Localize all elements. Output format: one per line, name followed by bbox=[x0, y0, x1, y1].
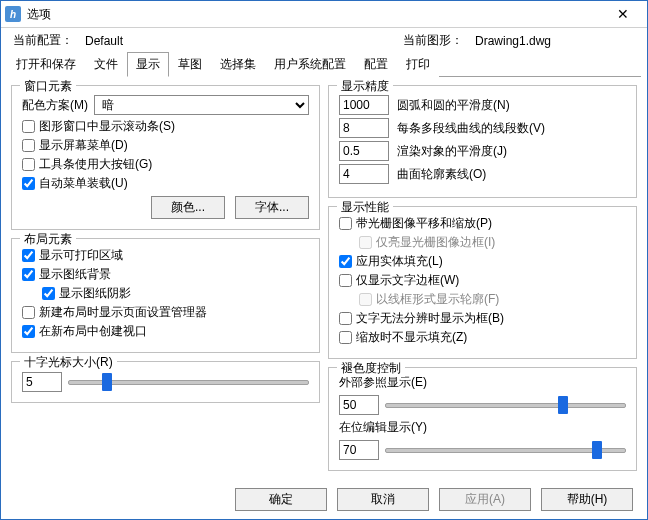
tab-7[interactable]: 打印 bbox=[397, 52, 439, 77]
ok-button[interactable]: 确定 bbox=[235, 488, 327, 511]
display-precision-group: 显示精度 圆弧和圆的平滑度(N) 每条多段线曲线的线段数(V) 渲染对象的平滑度… bbox=[328, 85, 637, 198]
paper-bg-input[interactable] bbox=[22, 268, 35, 281]
tab-1[interactable]: 文件 bbox=[85, 52, 127, 77]
tab-0[interactable]: 打开和保存 bbox=[7, 52, 85, 77]
solid-fill-input[interactable] bbox=[339, 255, 352, 268]
zoom-nofill-checkbox[interactable]: 缩放时不显示填充(Z) bbox=[339, 329, 626, 346]
layout-elements-title: 布局元素 bbox=[20, 231, 76, 248]
text-frame-input[interactable] bbox=[339, 274, 352, 287]
tab-4[interactable]: 选择集 bbox=[211, 52, 265, 77]
fade-control-title: 褪色度控制 bbox=[337, 360, 405, 377]
printable-area-input[interactable] bbox=[22, 249, 35, 262]
crosshair-title: 十字光标大小(R) bbox=[20, 354, 117, 371]
paper-bg-label: 显示图纸背景 bbox=[39, 266, 111, 283]
poly-segments-label: 每条多段线曲线的线段数(V) bbox=[397, 120, 545, 137]
paper-shadow-input[interactable] bbox=[42, 287, 55, 300]
solid-fill-label: 应用实体填充(L) bbox=[356, 253, 443, 270]
large-buttons-label: 工具条使用大按钮(G) bbox=[39, 156, 152, 173]
arc-smooth-input[interactable] bbox=[339, 95, 389, 115]
options-dialog: h 选项 ✕ 当前配置： Default 当前图形： Drawing1.dwg … bbox=[0, 0, 648, 520]
fonts-button[interactable]: 字体... bbox=[235, 196, 309, 219]
text-unread-checkbox[interactable]: 文字无法分辨时显示为框(B) bbox=[339, 310, 626, 327]
cancel-button[interactable]: 取消 bbox=[337, 488, 429, 511]
color-scheme-label: 配色方案(M) bbox=[22, 97, 88, 114]
tab-5[interactable]: 用户系统配置 bbox=[265, 52, 355, 77]
scrollbars-input[interactable] bbox=[22, 120, 35, 133]
scrollbars-label: 图形窗口中显示滚动条(S) bbox=[39, 118, 175, 135]
raster-pan-label: 带光栅图像平移和缩放(P) bbox=[356, 215, 492, 232]
window-title: 选项 bbox=[27, 6, 51, 23]
printable-area-checkbox[interactable]: 显示可打印区域 bbox=[22, 247, 309, 264]
current-drawing-label: 当前图形： bbox=[403, 32, 463, 49]
raster-pan-checkbox[interactable]: 带光栅图像平移和缩放(P) bbox=[339, 215, 626, 232]
poly-segments-input[interactable] bbox=[339, 118, 389, 138]
crosshair-group: 十字光标大小(R) bbox=[11, 361, 320, 403]
xref-fade-input[interactable] bbox=[339, 395, 379, 415]
raster-pan-input[interactable] bbox=[339, 217, 352, 230]
apply-button[interactable]: 应用(A) bbox=[439, 488, 531, 511]
inplace-fade-label: 在位编辑显示(Y) bbox=[339, 419, 626, 436]
auto-menu-input[interactable] bbox=[22, 177, 35, 190]
render-smooth-input[interactable] bbox=[339, 141, 389, 161]
text-frame-checkbox[interactable]: 仅显示文字边框(W) bbox=[339, 272, 626, 289]
title-bar: h 选项 ✕ bbox=[1, 1, 647, 28]
fade-control-group: 褪色度控制 外部参照显示(E) 在位编辑显示(Y) bbox=[328, 367, 637, 471]
auto-menu-checkbox[interactable]: 自动菜单装载(U) bbox=[22, 175, 309, 192]
screen-menu-input[interactable] bbox=[22, 139, 35, 152]
crosshair-thumb[interactable] bbox=[102, 373, 112, 391]
new-layout-input[interactable] bbox=[22, 306, 35, 319]
paper-shadow-label: 显示图纸阴影 bbox=[59, 285, 131, 302]
window-elements-group: 窗口元素 配色方案(M) 暗 图形窗口中显示滚动条(S) 显示屏幕菜单(D) bbox=[11, 85, 320, 230]
arc-smooth-label: 圆弧和圆的平滑度(N) bbox=[397, 97, 510, 114]
dialog-footer: 确定 取消 应用(A) 帮助(H) bbox=[235, 488, 633, 511]
wire-sil-label: 以线框形式显示轮廓(F) bbox=[376, 291, 499, 308]
raster-frame-label: 仅亮显光栅图像边框(I) bbox=[376, 234, 495, 251]
tab-body: 窗口元素 配色方案(M) 暗 图形窗口中显示滚动条(S) 显示屏幕菜单(D) bbox=[1, 77, 647, 483]
scrollbars-checkbox[interactable]: 图形窗口中显示滚动条(S) bbox=[22, 118, 309, 135]
new-layout-checkbox[interactable]: 新建布局时显示页面设置管理器 bbox=[22, 304, 309, 321]
current-config-value: Default bbox=[85, 34, 245, 48]
inplace-fade-thumb[interactable] bbox=[592, 441, 602, 459]
create-vp-input[interactable] bbox=[22, 325, 35, 338]
xref-fade-slider[interactable] bbox=[385, 397, 626, 413]
screen-menu-checkbox[interactable]: 显示屏幕菜单(D) bbox=[22, 137, 309, 154]
raster-frame-checkbox: 仅亮显光栅图像边框(I) bbox=[359, 234, 626, 251]
color-scheme-row: 配色方案(M) 暗 bbox=[22, 95, 309, 115]
crosshair-slider[interactable] bbox=[68, 374, 309, 390]
printable-area-label: 显示可打印区域 bbox=[39, 247, 123, 264]
zoom-nofill-label: 缩放时不显示填充(Z) bbox=[356, 329, 467, 346]
screen-menu-label: 显示屏幕菜单(D) bbox=[39, 137, 128, 154]
text-unread-input[interactable] bbox=[339, 312, 352, 325]
create-vp-label: 在新布局中创建视口 bbox=[39, 323, 147, 340]
close-button[interactable]: ✕ bbox=[603, 1, 643, 27]
paper-bg-checkbox[interactable]: 显示图纸背景 bbox=[22, 266, 309, 283]
large-buttons-checkbox[interactable]: 工具条使用大按钮(G) bbox=[22, 156, 309, 173]
config-summary: 当前配置： Default 当前图形： Drawing1.dwg bbox=[1, 28, 647, 51]
crosshair-input[interactable] bbox=[22, 372, 62, 392]
text-frame-label: 仅显示文字边框(W) bbox=[356, 272, 459, 289]
current-config-label: 当前配置： bbox=[13, 32, 73, 49]
inplace-fade-slider[interactable] bbox=[385, 442, 626, 458]
contour-input[interactable] bbox=[339, 164, 389, 184]
colors-button[interactable]: 颜色... bbox=[151, 196, 225, 219]
create-vp-checkbox[interactable]: 在新布局中创建视口 bbox=[22, 323, 309, 340]
paper-shadow-checkbox[interactable]: 显示图纸阴影 bbox=[42, 285, 309, 302]
inplace-fade-input[interactable] bbox=[339, 440, 379, 460]
display-precision-title: 显示精度 bbox=[337, 78, 393, 95]
wire-sil-input bbox=[359, 293, 372, 306]
tab-6[interactable]: 配置 bbox=[355, 52, 397, 77]
render-smooth-label: 渲染对象的平滑度(J) bbox=[397, 143, 507, 160]
new-layout-label: 新建布局时显示页面设置管理器 bbox=[39, 304, 207, 321]
xref-fade-thumb[interactable] bbox=[558, 396, 568, 414]
raster-frame-input bbox=[359, 236, 372, 249]
help-button[interactable]: 帮助(H) bbox=[541, 488, 633, 511]
solid-fill-checkbox[interactable]: 应用实体填充(L) bbox=[339, 253, 626, 270]
color-scheme-select[interactable]: 暗 bbox=[94, 95, 309, 115]
window-elements-title: 窗口元素 bbox=[20, 78, 76, 95]
app-icon: h bbox=[5, 6, 21, 22]
tab-2[interactable]: 显示 bbox=[127, 52, 169, 77]
display-performance-title: 显示性能 bbox=[337, 199, 393, 216]
zoom-nofill-input[interactable] bbox=[339, 331, 352, 344]
tab-3[interactable]: 草图 bbox=[169, 52, 211, 77]
large-buttons-input[interactable] bbox=[22, 158, 35, 171]
